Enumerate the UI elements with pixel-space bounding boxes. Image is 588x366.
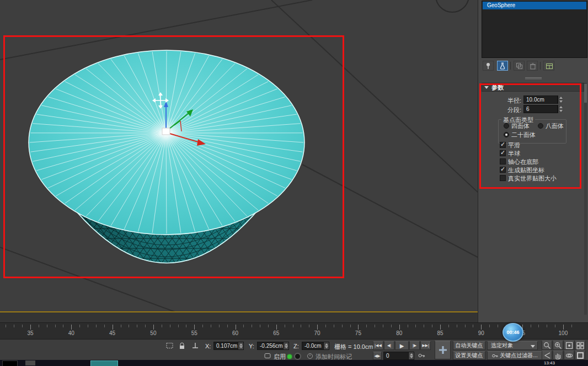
go-to-start-button[interactable]: |◀◀: [373, 341, 383, 350]
orbit-icon: [565, 352, 574, 359]
field-of-view-button[interactable]: [542, 351, 552, 360]
configure-modifier-sets-button[interactable]: [543, 61, 554, 71]
time-tag-icon: [307, 353, 313, 360]
ruler-tick: [424, 325, 424, 327]
make-unique-button[interactable]: [514, 61, 525, 71]
x-coordinate-field[interactable]: 0.107cm: [213, 342, 244, 350]
selection-lock-button[interactable]: [178, 342, 186, 351]
play-button[interactable]: ▶: [395, 341, 409, 350]
ruler-tick: [178, 325, 179, 327]
taskbar-active-app-button[interactable]: [90, 360, 118, 366]
time-slider-knob[interactable]: 00:46: [503, 323, 523, 342]
segments-spinner[interactable]: [558, 105, 563, 113]
listener-button[interactable]: [264, 352, 271, 360]
timeline-ruler[interactable]: 35404550556065707580859095100: [0, 322, 588, 339]
segments-field[interactable]: 6: [523, 105, 558, 113]
ruler-tick: [399, 325, 400, 330]
radio-tetra[interactable]: [504, 123, 509, 129]
z-coordinate-field[interactable]: -0.0cm: [302, 342, 329, 350]
checkbox-smooth[interactable]: [500, 142, 506, 148]
ruler-tick: [440, 325, 441, 330]
checkbox-mapping-coords[interactable]: [500, 167, 506, 173]
frame-spinner[interactable]: [408, 352, 414, 359]
x-spinner[interactable]: [238, 342, 243, 349]
radio-icosa-label[interactable]: 二十面体: [511, 131, 536, 139]
checkbox-mapping-coords-label[interactable]: 生成贴图坐标: [508, 166, 544, 174]
absolute-mode-button[interactable]: [191, 342, 200, 351]
taskbar-app-button[interactable]: [2, 360, 18, 366]
ruler-tick: [531, 325, 531, 327]
maximize-viewport-button[interactable]: [575, 351, 585, 360]
panel-scrollbar[interactable]: [584, 83, 587, 315]
zoom-all-button[interactable]: [553, 341, 563, 350]
gizmo-center-handle[interactable]: [162, 128, 170, 135]
maximize-viewport-icon: [576, 352, 585, 359]
viewport-canvas[interactable]: [0, 0, 478, 312]
ruler-tick: [301, 325, 301, 327]
modifier-stack-list[interactable]: GeoSphere: [482, 1, 587, 58]
parameters-rollout-header[interactable]: 参数: [482, 83, 584, 92]
radio-tetra-label[interactable]: 四面体: [511, 122, 530, 130]
checkbox-realworld-map[interactable]: [500, 175, 506, 181]
ruler-tick: [194, 325, 195, 330]
checkbox-realworld-map-label[interactable]: 真实世界贴图大小: [508, 174, 557, 183]
grid-arc: [436, 0, 469, 12]
ruler-tick: [375, 325, 375, 327]
taskbar-app-button[interactable]: [25, 360, 35, 365]
timeline-frame-label: 65: [273, 330, 279, 336]
zoom-extents-button[interactable]: [564, 341, 574, 350]
radio-octa[interactable]: [538, 123, 543, 129]
key-filters-button[interactable]: 关键点过滤器...: [487, 351, 542, 360]
radio-octa-label[interactable]: 八面体: [546, 122, 564, 130]
ruler-tick: [63, 325, 63, 327]
ruler-tick: [366, 325, 367, 327]
auto-key-button[interactable]: 自动关键点: [453, 341, 485, 350]
chevron-down-icon: [531, 345, 535, 348]
checkbox-hemisphere[interactable]: [500, 150, 506, 156]
selection-set-dropdown[interactable]: 选定对象: [487, 341, 538, 350]
ruler-tick: [358, 325, 359, 330]
radio-icosa[interactable]: [504, 132, 509, 137]
key-mode-toggle-button[interactable]: ◀▶: [373, 352, 382, 360]
isolate-selection-button[interactable]: [165, 342, 174, 351]
make-unique-icon: [515, 62, 523, 70]
z-spinner[interactable]: [323, 342, 329, 349]
segments-label: 分段:: [500, 106, 521, 114]
degradation-toggle-button[interactable]: [294, 353, 301, 360]
set-key-button[interactable]: 设置关键点: [453, 351, 485, 360]
set-keys-big-button[interactable]: [435, 341, 451, 359]
panel-icon: [264, 352, 271, 359]
radius-spinner[interactable]: [558, 96, 563, 104]
pin-stack-button[interactable]: [483, 61, 494, 71]
show-end-result-button[interactable]: [497, 61, 508, 71]
ruler-tick: [137, 325, 137, 327]
taskbar-clock: 13:43: [544, 360, 555, 365]
next-frame-button[interactable]: |▶: [409, 341, 420, 350]
geosphere-object[interactable]: [29, 50, 304, 263]
ruler-tick: [285, 325, 285, 327]
previous-frame-button[interactable]: ◀|: [384, 341, 394, 350]
modifier-stack-item-geosphere[interactable]: GeoSphere: [483, 2, 586, 9]
y-spinner[interactable]: [283, 342, 288, 349]
ruler-tick: [391, 325, 392, 327]
checkbox-hemisphere-label[interactable]: 半球: [508, 150, 520, 158]
checkbox-base-pivot-label[interactable]: 轴心在底部: [508, 158, 538, 166]
go-to-end-button[interactable]: ▶▶|: [420, 341, 431, 350]
ruler-tick: [448, 325, 449, 327]
checkbox-base-pivot[interactable]: [500, 158, 506, 165]
orbit-button[interactable]: [564, 351, 574, 360]
ruler-tick: [39, 325, 39, 327]
panel-resize-grip[interactable]: [525, 77, 542, 79]
pan-button[interactable]: [553, 351, 563, 360]
key-entry-button[interactable]: [418, 352, 425, 360]
y-coordinate-field[interactable]: -0.256cm: [257, 342, 289, 350]
viewport[interactable]: [0, 0, 478, 312]
ruler-tick: [170, 325, 170, 327]
ruler-tick: [571, 325, 572, 327]
radius-field[interactable]: 10.0cm: [523, 96, 558, 104]
zoom-extents-all-button[interactable]: [575, 341, 585, 350]
zoom-button[interactable]: [542, 341, 552, 350]
remove-modifier-button[interactable]: [527, 61, 538, 71]
checkbox-smooth-label[interactable]: 平滑: [508, 141, 520, 150]
frame-number-field[interactable]: 0: [383, 352, 414, 360]
